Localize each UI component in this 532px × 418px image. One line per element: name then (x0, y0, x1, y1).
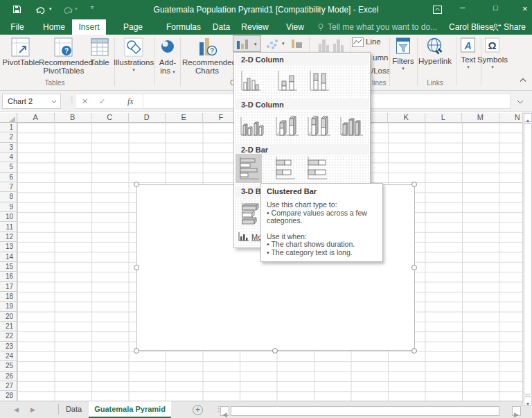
hscroll-right-button[interactable]: ▶ (512, 406, 521, 416)
sheet-nav-left-icon[interactable]: ◀ (14, 406, 19, 413)
row-header-25[interactable]: 25 (0, 361, 17, 371)
row-header-2[interactable]: 2 (0, 132, 17, 142)
menu-item-3d-100-stacked-column[interactable] (304, 112, 335, 139)
insert-scatter-chart-button[interactable]: ▾ (263, 35, 290, 52)
filters-button[interactable]: Filters ▾ (391, 37, 416, 71)
tab-home[interactable]: Home (42, 19, 66, 35)
row-header-14[interactable]: 14 (0, 252, 17, 262)
hscroll-left-button[interactable]: ◀ (220, 406, 229, 416)
menu-item-3d-clustered-column[interactable] (237, 112, 267, 139)
tab-formulas[interactable]: Formulas (166, 19, 202, 35)
menu-item-100-stacked-column[interactable] (305, 67, 332, 95)
chart-handle-bottom-right[interactable] (411, 348, 417, 354)
formula-bar-expand-icon[interactable] (517, 100, 524, 104)
vertical-scrollbar[interactable]: ▲ ▼ (522, 112, 532, 406)
scroll-down-button[interactable]: ▼ (524, 397, 532, 406)
row-header-19[interactable]: 19 (0, 302, 17, 311)
row-header-3[interactable]: 3 (0, 143, 17, 153)
insert-function-icon[interactable]: fx (127, 96, 134, 107)
3d-map-button[interactable] (317, 36, 346, 53)
menu-item-stacked-column[interactable] (274, 67, 300, 95)
row-header-8[interactable]: 8 (0, 192, 17, 202)
row-header-28[interactable]: 28 (0, 391, 17, 401)
menu-item-3d-column[interactable] (337, 112, 367, 139)
new-sheet-button[interactable]: + (193, 405, 203, 415)
row-header-27[interactable]: 27 (0, 381, 17, 391)
namebox-dropdown-icon[interactable] (51, 100, 57, 103)
row-header-6[interactable]: 6 (0, 173, 17, 182)
row-header-26[interactable]: 26 (0, 372, 17, 381)
column-header-B[interactable]: B (55, 113, 92, 123)
pivottable-button[interactable]: PivotTable (1, 37, 40, 67)
insert-column-bar-chart-button[interactable]: ▾ (233, 35, 261, 52)
sheet-nav-right-icon[interactable]: ▶ (30, 406, 35, 413)
cancel-icon[interactable]: ✕ (82, 97, 88, 106)
menu-item-clustered-bar[interactable] (236, 154, 262, 183)
chart-handle-top-left[interactable] (134, 182, 139, 187)
row-header-5[interactable]: 5 (0, 162, 17, 172)
sheet-tab-guatemala-pyramid[interactable]: Guatemala Pyramid (89, 401, 171, 418)
tab-insert[interactable]: Insert (72, 19, 106, 35)
column-header-C[interactable]: C (91, 113, 129, 123)
row-header-16[interactable]: 16 (0, 272, 17, 281)
hyperlink-button[interactable]: Hyperlink (417, 37, 453, 66)
enter-icon[interactable]: ✓ (99, 97, 105, 106)
share-button[interactable]: Share (504, 19, 526, 35)
row-header-20[interactable]: 20 (0, 312, 17, 322)
menu-item-100-stacked-bar[interactable] (303, 154, 330, 183)
row-header-21[interactable]: 21 (0, 322, 17, 331)
menu-item-clustered-column[interactable] (237, 67, 263, 95)
tell-me-box[interactable]: Tell me what you want to do... (328, 19, 437, 35)
row-header-1[interactable]: 1 (0, 123, 17, 132)
column-header-D[interactable]: D (129, 113, 166, 123)
sparkline-line-button[interactable]: Line (352, 37, 387, 49)
tab-file[interactable]: File (6, 19, 29, 35)
tab-view[interactable]: View (285, 19, 305, 35)
close-button[interactable]: × (522, 3, 528, 14)
row-header-4[interactable]: 4 (0, 153, 17, 162)
chart-handle-mid-left[interactable] (134, 265, 139, 270)
select-all-corner[interactable] (0, 113, 17, 123)
illustrations-button[interactable]: Illustrations ▾ (114, 37, 154, 72)
sparkline-column-button[interactable]: umn (373, 53, 388, 62)
sheet-tab-data[interactable]: Data (59, 401, 89, 417)
recommended-pivottables-button[interactable]: ? Recommended PivotTables (39, 37, 89, 75)
table-button[interactable]: Table (89, 37, 111, 67)
row-header-13[interactable]: 13 (0, 242, 17, 252)
chart-handle-mid-right[interactable] (411, 265, 417, 270)
row-header-22[interactable]: 22 (0, 331, 17, 341)
user-name[interactable]: Carol Bliese (449, 19, 494, 35)
column-header-E[interactable]: E (166, 113, 203, 123)
tab-review[interactable]: Review (240, 19, 269, 35)
menu-item-3d-clustered-bar[interactable] (237, 200, 263, 229)
row-header-10[interactable]: 10 (0, 212, 17, 222)
menu-item-3d-stacked-column[interactable] (272, 112, 303, 139)
column-header-K[interactable]: K (388, 113, 425, 123)
chart-handle-bottom-left[interactable] (134, 348, 139, 354)
column-header-A[interactable]: A (17, 113, 55, 123)
sparkline-winloss-button[interactable]: /Loss (371, 67, 391, 75)
column-header-M[interactable]: M (462, 113, 499, 123)
row-header-18[interactable]: 18 (0, 292, 17, 302)
row-header-24[interactable]: 24 (0, 351, 17, 361)
row-header-9[interactable]: 9 (0, 202, 17, 212)
collapse-ribbon-icon[interactable] (520, 78, 526, 82)
row-header-11[interactable]: 11 (0, 223, 17, 232)
row-header-12[interactable]: 12 (0, 232, 17, 242)
row-header-17[interactable]: 17 (0, 282, 17, 292)
chart-handle-top-right[interactable] (411, 182, 417, 187)
insert-statistic-chart-button[interactable] (290, 35, 305, 52)
symbols-button[interactable]: Ω Symbols ▾ (477, 37, 508, 69)
column-header-L[interactable]: L (425, 113, 463, 123)
chart-handle-bottom-mid[interactable] (272, 348, 278, 354)
row-header-15[interactable]: 15 (0, 262, 17, 272)
row-header-7[interactable]: 7 (0, 182, 17, 192)
scroll-up-button[interactable]: ▲ (524, 113, 532, 122)
tab-data[interactable]: Data (211, 19, 231, 35)
horizontal-scroll-thumb[interactable] (231, 406, 499, 416)
tab-page-layout[interactable]: Page Layout (111, 19, 155, 35)
add-ins-button[interactable]: Add- ins ▾ (157, 37, 179, 75)
vertical-scroll-thumb[interactable] (524, 123, 532, 394)
ribbon-display-options-icon[interactable] (433, 6, 442, 14)
menu-item-stacked-bar[interactable] (272, 154, 298, 183)
